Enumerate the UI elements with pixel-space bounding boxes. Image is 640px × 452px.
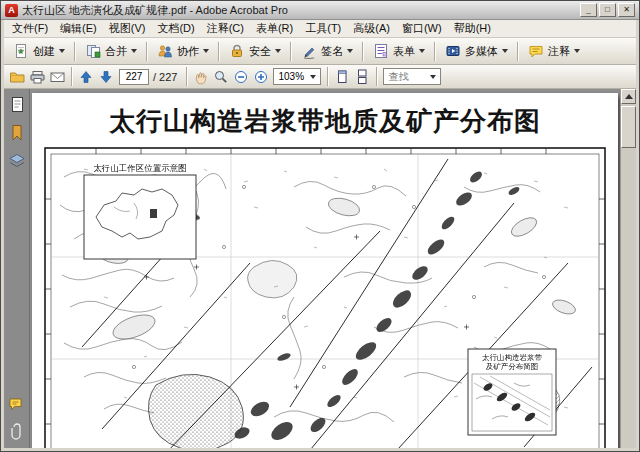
menu-window[interactable]: 窗口(W) — [396, 19, 448, 38]
maximize-button[interactable]: □ — [599, 3, 616, 17]
menu-help[interactable]: 帮助(H) — [448, 19, 497, 38]
menu-document[interactable]: 文档(D) — [151, 19, 200, 38]
open-button[interactable] — [7, 68, 27, 86]
sign-caret-icon — [347, 49, 353, 53]
vertical-scrollbar[interactable] — [620, 89, 636, 448]
multimedia-icon — [444, 42, 462, 60]
multimedia-label: 多媒体 — [465, 44, 498, 59]
toolbar-separator — [71, 67, 72, 86]
window-title: 太行山区 地壳演化及成矿规律.pdf - Adobe Acrobat Pro — [22, 3, 576, 18]
scrollbar-thumb[interactable] — [621, 106, 636, 148]
find-combobox[interactable]: 查找 — [383, 68, 441, 85]
window-controls: _ □ ✕ — [580, 3, 635, 17]
previous-page-button[interactable] — [76, 68, 96, 86]
titlebar[interactable]: A 太行山区 地壳演化及成矿规律.pdf - Adobe Acrobat Pro… — [1, 1, 639, 20]
forms-button[interactable]: 表单 — [367, 39, 430, 63]
collaborate-button[interactable]: 协作 — [151, 39, 214, 63]
create-pdf-button[interactable]: 创建 — [7, 39, 70, 63]
next-page-button[interactable] — [96, 68, 116, 86]
toolbar-separator — [186, 67, 187, 86]
multimedia-caret-icon — [502, 49, 508, 53]
single-page-view-button[interactable] — [332, 68, 352, 86]
toolbar-separator — [517, 42, 518, 61]
zoom-level-combobox[interactable]: 103% — [273, 68, 321, 85]
secure-caret-icon — [275, 49, 281, 53]
scroll-up-icon — [625, 94, 633, 99]
scroll-up-button[interactable] — [621, 89, 636, 104]
main-content: 太行山构造岩浆带地质及矿产分布图 — [4, 89, 636, 448]
menu-tools[interactable]: 工具(T) — [299, 19, 347, 38]
combine-files-caret-icon — [131, 49, 137, 53]
create-pdf-icon — [12, 42, 30, 60]
create-pdf-caret-icon — [59, 49, 65, 53]
toolbar-separator — [434, 42, 435, 61]
sign-button[interactable]: 签名 — [295, 39, 358, 63]
comments-panel-button[interactable] — [6, 393, 27, 414]
secure-button[interactable]: 安全 — [223, 39, 286, 63]
menu-edit[interactable]: 编辑(E) — [54, 19, 103, 38]
legend-title-line1: 太行山构造岩浆带 — [482, 353, 543, 362]
acrobat-app-icon: A — [5, 4, 18, 17]
legend-title-line2: 及矿产分布简图 — [486, 362, 539, 371]
toolbar-separator — [218, 42, 219, 61]
forms-icon — [372, 42, 390, 60]
zoom-level-value: 103% — [278, 71, 304, 82]
page-title: 太行山构造岩浆带地质及矿产分布图 — [32, 104, 618, 139]
navigation-pane — [4, 89, 30, 448]
tasks-toolbar: 创建 合并 协作 安全 — [4, 38, 636, 65]
zoom-caret-icon — [310, 75, 316, 79]
secure-icon — [228, 42, 246, 60]
layers-panel-button[interactable] — [6, 150, 27, 171]
pages-panel-button[interactable] — [6, 94, 27, 115]
location-inset: 太行山工作区位置示意图 — [84, 163, 196, 259]
page-number-input[interactable] — [119, 69, 149, 85]
location-inset-label: 太行山工作区位置示意图 — [93, 163, 187, 173]
print-button[interactable] — [27, 68, 47, 86]
menu-view[interactable]: 视图(V) — [103, 19, 152, 38]
menu-file[interactable]: 文件(F) — [6, 19, 54, 38]
forms-label: 表单 — [393, 44, 415, 59]
comment-button[interactable]: 注释 — [522, 39, 585, 63]
zoom-out-button[interactable] — [231, 68, 251, 86]
forms-caret-icon — [419, 49, 425, 53]
create-pdf-label: 创建 — [33, 44, 55, 59]
minimize-button[interactable]: _ — [580, 3, 597, 17]
toolbar-separator — [376, 67, 377, 86]
sign-icon — [300, 42, 318, 60]
document-area[interactable]: 太行山构造岩浆带地质及矿产分布图 — [30, 89, 620, 448]
combine-files-label: 合并 — [105, 44, 127, 59]
menubar: 文件(F) 编辑(E) 视图(V) 文档(D) 注释(C) 表单(R) 工具(T… — [4, 20, 636, 38]
multimedia-button[interactable]: 多媒体 — [439, 39, 513, 63]
acrobat-window: A 太行山区 地壳演化及成矿规律.pdf - Adobe Acrobat Pro… — [0, 0, 640, 452]
email-button[interactable] — [47, 68, 67, 86]
map-figure: 太行山工作区位置示意图 太行山构造岩浆带 及矿产分布简图 — [44, 147, 606, 448]
close-button[interactable]: ✕ — [618, 3, 635, 17]
collaborate-label: 协作 — [177, 44, 199, 59]
comment-icon — [527, 42, 545, 60]
collaborate-caret-icon — [203, 49, 209, 53]
toolbar-separator — [362, 42, 363, 61]
legend-inset: 太行山构造岩浆带 及矿产分布简图 — [468, 349, 556, 435]
menu-forms[interactable]: 表单(R) — [250, 19, 299, 38]
find-label: 查找 — [388, 70, 408, 84]
bookmarks-panel-button[interactable] — [6, 122, 27, 143]
find-caret-icon — [430, 75, 436, 79]
attachments-panel-button[interactable] — [6, 421, 27, 442]
geological-map: 太行山工作区位置示意图 太行山构造岩浆带 及矿产分布简图 — [44, 147, 606, 448]
toolbar-separator — [327, 67, 328, 86]
hand-tool-button[interactable] — [191, 68, 211, 86]
collaborate-icon — [156, 42, 174, 60]
navigation-toolbar: / 227 103% 查找 — [4, 65, 636, 89]
comment-label: 注释 — [548, 44, 570, 59]
pdf-page: 太行山构造岩浆带地质及矿产分布图 — [32, 93, 618, 448]
continuous-view-button[interactable] — [352, 68, 372, 86]
menu-comments[interactable]: 注释(C) — [201, 19, 250, 38]
zoom-in-button[interactable] — [251, 68, 271, 86]
page-total-label: / 227 — [153, 71, 177, 83]
menu-advanced[interactable]: 高级(A) — [347, 19, 396, 38]
combine-files-icon — [84, 42, 102, 60]
combine-files-button[interactable]: 合并 — [79, 39, 142, 63]
sign-label: 签名 — [321, 44, 343, 59]
secure-label: 安全 — [249, 44, 271, 59]
marquee-zoom-button[interactable] — [211, 68, 231, 86]
